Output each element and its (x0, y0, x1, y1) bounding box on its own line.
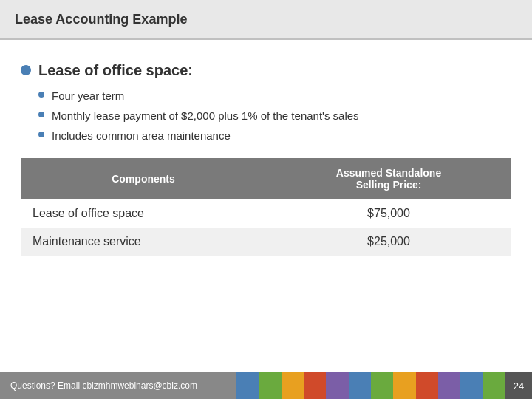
footer-color-block (460, 372, 482, 399)
footer-color-block (416, 372, 438, 399)
sub-bullet-text-1: Four year term (52, 88, 124, 103)
footer-color-block (438, 372, 460, 399)
footer-color-block (259, 372, 281, 399)
footer-color-block (371, 372, 393, 399)
footer-color-block (236, 372, 259, 399)
main-bullet-item: Lease of office space: (21, 62, 511, 79)
footer-page-number: 24 (505, 372, 532, 399)
footer-contact-section: Questions? Email cbizmhmwebinars@cbiz.co… (0, 372, 236, 399)
sub-bullet-text-2: Monthly lease payment of $2,000 plus 1% … (52, 108, 359, 123)
table-row: Lease of office space $75,000 (21, 200, 511, 228)
sub-bullet-item: Includes common area maintenance (38, 128, 511, 143)
footer-color-block (349, 372, 371, 399)
header-bar: Lease Accounting Example (0, 0, 532, 40)
footer-color-block (282, 372, 304, 399)
footer-color-block (304, 372, 326, 399)
main-content: Lease of office space: Four year term Mo… (0, 40, 532, 270)
main-bullet-dot (21, 65, 31, 75)
components-table: Components Assumed StandaloneSelling Pri… (21, 158, 511, 256)
footer-color-block (393, 372, 415, 399)
data-table-section: Components Assumed StandaloneSelling Pri… (21, 158, 511, 256)
table-cell-price-1: $75,000 (266, 200, 511, 228)
sub-bullet-dot (38, 132, 44, 137)
page-title: Lease Accounting Example (15, 12, 187, 27)
footer-bar: Questions? Email cbizmhmwebinars@cbiz.co… (0, 372, 532, 399)
sub-bullet-dot (38, 112, 44, 117)
sub-bullet-item: Four year term (38, 88, 511, 103)
footer-color-block (326, 372, 348, 399)
sub-bullet-dot (38, 92, 44, 98)
table-cell-price-2: $25,000 (266, 228, 511, 256)
footer-color-block (483, 372, 505, 399)
main-bullet-text: Lease of office space: (38, 62, 193, 79)
sub-bullet-item: Monthly lease payment of $2,000 plus 1% … (38, 108, 511, 123)
footer-contact-text: Questions? Email cbizmhmwebinars@cbiz.co… (10, 381, 197, 391)
sub-bullet-text-3: Includes common area maintenance (52, 128, 231, 143)
table-cell-component-1: Lease of office space (21, 200, 266, 228)
sub-bullets-list: Four year term Monthly lease payment of … (38, 88, 511, 143)
table-cell-component-2: Maintenance service (21, 228, 266, 256)
table-row: Maintenance service $25,000 (21, 228, 511, 256)
table-header-price: Assumed StandaloneSelling Price: (266, 158, 511, 200)
table-header-components: Components (21, 158, 266, 200)
footer-color-blocks (236, 372, 505, 399)
